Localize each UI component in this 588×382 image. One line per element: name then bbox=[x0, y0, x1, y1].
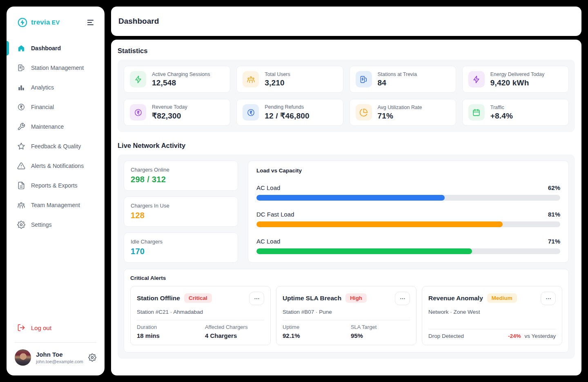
sidebar-item-team-management[interactable]: Team Management bbox=[7, 195, 105, 215]
user-name: John Toe bbox=[36, 351, 83, 358]
statistics-title: Statistics bbox=[118, 47, 575, 55]
brand-logo: trevia EV bbox=[31, 18, 60, 27]
stat-card-pending-refunds: Pending Refunds 12 / ₹46,800 bbox=[236, 99, 343, 126]
user-profile: John Toe john.toe@example.com bbox=[7, 343, 105, 375]
sidebar-item-alerts-notifications[interactable]: Alerts & Notifications bbox=[7, 156, 105, 176]
logout-button[interactable]: Log out bbox=[7, 319, 105, 336]
severity-badge: High bbox=[345, 293, 367, 303]
logout-icon bbox=[17, 324, 25, 332]
content-card: Statistics Active Charging Sessions 12,5… bbox=[111, 40, 581, 375]
brand-name: trevia bbox=[31, 18, 50, 27]
users-icon bbox=[243, 71, 259, 87]
rupee-circle-icon bbox=[17, 103, 25, 111]
stat-card-energy-delivered: Energy Delivered Today 9,420 kWh bbox=[462, 66, 569, 93]
bar-value: 62% bbox=[548, 184, 560, 191]
stat-card-total-users: Total Users 3,210 bbox=[236, 66, 343, 93]
status-label: Chargers In Use bbox=[131, 203, 231, 209]
stat-label: Active Charging Sessions bbox=[152, 71, 210, 77]
progress-track bbox=[256, 248, 560, 254]
sidebar-item-settings[interactable]: Settings bbox=[7, 215, 105, 235]
charging-station-icon bbox=[356, 71, 372, 87]
ellipsis-menu-button[interactable] bbox=[541, 292, 556, 305]
rupee-circle-icon bbox=[130, 104, 146, 121]
bolt-icon bbox=[468, 71, 485, 87]
alert-subtitle: Network · Zone West bbox=[428, 309, 556, 315]
alert-stat-value: 92.1% bbox=[283, 332, 351, 339]
stat-card-utilization: Avg Utilization Rate 71% bbox=[350, 99, 456, 126]
stat-label: Total Users bbox=[265, 71, 290, 77]
alert-footer-value: -24% bbox=[508, 333, 521, 339]
hamburger-menu-icon[interactable] bbox=[86, 18, 96, 27]
sidebar-item-dashboard[interactable]: Dashboard bbox=[7, 38, 105, 58]
user-email: john.toe@example.com bbox=[36, 359, 83, 364]
load-vs-capacity-card: Load vs Capacity AC Load 62% bbox=[248, 161, 569, 263]
page-title: Dashboard bbox=[118, 17, 159, 26]
alert-subtitle: Station #C21 · Ahmadabad bbox=[137, 309, 264, 315]
severity-badge: Medium bbox=[487, 293, 517, 303]
alert-stat-label: SLA Target bbox=[351, 324, 410, 330]
alert-stat-value: 95% bbox=[351, 332, 410, 339]
alert-title: Revenue Anomaly bbox=[428, 295, 483, 302]
ellipsis-menu-button[interactable] bbox=[395, 292, 410, 305]
stat-value: 12 / ₹46,800 bbox=[265, 111, 310, 121]
divider bbox=[283, 320, 410, 320]
sidebar-item-analytics[interactable]: Analytics bbox=[7, 78, 105, 97]
top-header: Dashboard bbox=[111, 7, 581, 36]
sidebar-item-label: Alerts & Notifications bbox=[31, 163, 84, 169]
stat-value: 71% bbox=[378, 112, 422, 121]
statistics-panel: Active Charging Sessions 12,548 Total Us… bbox=[118, 60, 575, 132]
profile-settings-gear-icon[interactable] bbox=[88, 353, 96, 362]
sidebar: trevia EV Dashboard Station Management bbox=[7, 7, 105, 375]
sidebar-item-station-management[interactable]: Station Management bbox=[7, 58, 105, 78]
alert-stat-label: Uptime bbox=[283, 324, 351, 330]
sidebar-item-label: Station Management bbox=[31, 65, 84, 71]
stat-value: 9,420 kWh bbox=[490, 78, 544, 87]
sidebar-item-label: Reports & Exports bbox=[31, 182, 78, 189]
charging-station-icon bbox=[17, 64, 25, 72]
stat-value: 84 bbox=[378, 78, 417, 87]
critical-alerts-title: Critical Alerts bbox=[130, 275, 562, 281]
calendar-icon bbox=[468, 104, 485, 121]
status-value: 170 bbox=[131, 247, 231, 256]
gear-icon bbox=[17, 221, 25, 229]
ellipsis-menu-button[interactable] bbox=[249, 292, 264, 305]
stat-card-stations: Stations at Trevia 84 bbox=[350, 66, 456, 93]
status-value: 298 / 312 bbox=[131, 175, 231, 184]
bar-value: 71% bbox=[548, 238, 560, 245]
alert-subtitle: Station #B07 · Pune bbox=[283, 309, 410, 315]
load-card-title: Load vs Capacity bbox=[256, 168, 560, 174]
alert-stat-label: Duration bbox=[137, 324, 205, 330]
team-icon bbox=[17, 201, 25, 209]
progress-fill bbox=[256, 221, 503, 227]
bar-label: AC Load bbox=[256, 184, 280, 191]
sidebar-item-feedback-quality[interactable]: Feedback & Quality bbox=[7, 136, 105, 156]
logo-row: trevia EV bbox=[7, 7, 105, 28]
sidebar-item-financial[interactable]: Financial bbox=[7, 97, 105, 117]
progress-fill bbox=[256, 195, 445, 201]
sidebar-item-maintenance[interactable]: Maintenance bbox=[7, 117, 105, 136]
charger-status-column: Chargers Online 298 / 312 Chargers In Us… bbox=[124, 161, 238, 263]
brand-suffix: EV bbox=[52, 19, 60, 26]
stat-card-revenue-today: Revenue Today ₹82,300 bbox=[124, 99, 230, 126]
sidebar-item-reports-exports[interactable]: Reports & Exports bbox=[7, 176, 105, 195]
sidebar-item-label: Feedback & Quality bbox=[31, 143, 81, 150]
ellipsis-icon bbox=[545, 295, 552, 302]
divider bbox=[137, 320, 264, 320]
load-bar-ac: AC Load 62% bbox=[256, 184, 560, 201]
status-card-chargers-online: Chargers Online 298 / 312 bbox=[124, 161, 238, 191]
alert-footer-label: Drop Detected bbox=[428, 333, 464, 339]
document-icon bbox=[17, 181, 25, 190]
alert-stat-value: 18 mins bbox=[137, 332, 205, 339]
wrench-icon bbox=[17, 123, 25, 131]
stat-label: Traffic bbox=[490, 105, 513, 110]
alert-card-station-offline: Station Offline Critical Station #C21 · … bbox=[130, 286, 271, 345]
progress-track bbox=[256, 195, 560, 201]
alert-footer-suffix: vs Yesterday bbox=[524, 333, 556, 339]
bolt-icon bbox=[130, 71, 146, 87]
load-bar-ac-2: AC Load 71% bbox=[256, 238, 560, 254]
critical-alerts-card: Critical Alerts Station Offline Critical bbox=[124, 269, 569, 353]
sidebar-item-label: Financial bbox=[31, 104, 54, 110]
progress-track bbox=[256, 221, 560, 227]
rupee-circle-icon bbox=[243, 104, 259, 121]
severity-badge: Critical bbox=[184, 293, 212, 303]
